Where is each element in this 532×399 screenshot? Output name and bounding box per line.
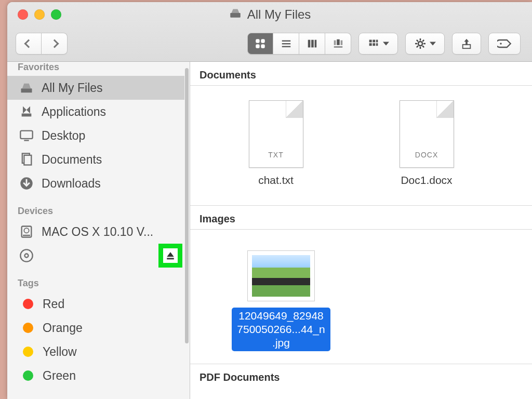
window-title-text: All My Files xyxy=(247,7,311,22)
optical-disc-icon xyxy=(19,248,34,263)
svg-rect-16 xyxy=(373,40,375,43)
svg-rect-17 xyxy=(376,40,378,43)
file-item[interactable]: DOCX Doc1.docx xyxy=(382,100,471,187)
sidebar-item-downloads[interactable]: Downloads xyxy=(7,171,184,195)
titlebar: All My Files xyxy=(7,2,532,62)
view-mode-segment xyxy=(247,33,351,55)
sidebar-item-label: All My Files xyxy=(42,81,176,95)
file-item[interactable]: TXT chat.txt xyxy=(232,100,320,187)
sidebar-item-label: Orange xyxy=(43,321,176,335)
nav-buttons xyxy=(16,33,68,55)
svg-rect-9 xyxy=(311,40,314,48)
sidebar-tag-green[interactable]: Green xyxy=(7,364,184,388)
svg-rect-4 xyxy=(261,45,264,48)
zoom-window-button[interactable] xyxy=(51,9,61,20)
svg-rect-18 xyxy=(369,43,372,46)
sidebar-item-optical[interactable] xyxy=(7,244,184,268)
group-body-images: 12049649_82948750050266...44_n.jpg xyxy=(190,230,532,364)
tray-icon xyxy=(19,80,34,96)
sidebar-item-label: Downloads xyxy=(42,177,176,191)
tags-header: Tags xyxy=(7,268,184,292)
sidebar-tag-red[interactable]: Red xyxy=(7,292,184,316)
sidebar-item-hdd[interactable]: MAC OS X 10.10 V... xyxy=(7,220,184,244)
desktop-icon xyxy=(19,128,34,143)
svg-rect-0 xyxy=(230,13,241,18)
svg-rect-19 xyxy=(373,43,375,46)
svg-rect-37 xyxy=(24,155,31,165)
sidebar-item-label: Yellow xyxy=(43,345,176,359)
svg-rect-3 xyxy=(256,45,259,48)
sidebar-scrollbar[interactable] xyxy=(184,62,190,399)
svg-point-42 xyxy=(20,249,32,261)
file-badge: TXT xyxy=(249,151,303,159)
svg-rect-2 xyxy=(261,39,264,43)
finder-window: All My Files xyxy=(7,2,532,399)
favorites-header: Favorites xyxy=(7,62,184,76)
tag-dot-icon xyxy=(23,370,33,381)
applications-icon xyxy=(19,104,34,119)
sidebar-item-all-my-files[interactable]: All My Files xyxy=(7,76,184,100)
image-thumbnail xyxy=(247,250,315,301)
action-button[interactable] xyxy=(405,33,445,55)
group-header-images: Images xyxy=(190,206,532,230)
document-icon: DOCX xyxy=(400,100,454,168)
back-button[interactable] xyxy=(16,33,42,55)
svg-rect-30 xyxy=(463,45,471,48)
share-button[interactable] xyxy=(452,33,481,55)
sidebar-item-applications[interactable]: Applications xyxy=(7,100,184,124)
sidebar-item-label: Documents xyxy=(42,153,176,167)
svg-rect-20 xyxy=(376,43,378,46)
window-title: All My Files xyxy=(7,6,532,23)
minimize-window-button[interactable] xyxy=(34,9,45,20)
arrange-button[interactable] xyxy=(358,33,398,55)
hdd-icon xyxy=(19,224,34,240)
file-label: chat.txt xyxy=(258,174,294,187)
svg-line-28 xyxy=(417,46,418,47)
view-columns-button[interactable] xyxy=(299,33,325,55)
chevron-down-icon xyxy=(383,42,389,46)
chevron-down-icon xyxy=(430,42,436,46)
tag-dot-icon xyxy=(23,299,33,309)
svg-rect-32 xyxy=(21,88,32,92)
tag-icon xyxy=(497,39,512,48)
svg-point-31 xyxy=(500,43,502,45)
svg-rect-15 xyxy=(369,40,372,43)
forward-button[interactable] xyxy=(42,33,68,55)
svg-rect-14 xyxy=(334,47,342,48)
view-icons-button[interactable] xyxy=(247,33,273,55)
group-header-documents: Documents xyxy=(190,62,532,86)
svg-rect-5 xyxy=(282,41,290,42)
file-label: 12049649_82948750050266...44_n.jpg xyxy=(232,308,330,351)
close-window-button[interactable] xyxy=(18,9,28,20)
traffic-lights xyxy=(7,9,61,20)
svg-line-29 xyxy=(422,40,424,42)
svg-rect-10 xyxy=(314,40,316,48)
sidebar: Favorites All My Files Applications Desk… xyxy=(7,62,190,399)
sidebar-item-label: Applications xyxy=(42,105,176,119)
sidebar-item-label: Green xyxy=(43,369,176,383)
chevron-right-icon xyxy=(50,39,59,48)
group-body-documents: TXT chat.txt DOCX Doc1.docx xyxy=(190,86,532,206)
sidebar-tag-yellow[interactable]: Yellow xyxy=(7,340,184,364)
eject-button[interactable] xyxy=(158,244,182,268)
file-item[interactable]: 12049649_82948750050266...44_n.jpg xyxy=(232,250,330,351)
gear-icon xyxy=(414,37,427,50)
all-my-files-icon xyxy=(229,6,242,23)
svg-rect-7 xyxy=(282,46,290,47)
view-list-button[interactable] xyxy=(273,33,299,55)
sidebar-item-desktop[interactable]: Desktop xyxy=(7,124,184,148)
sidebar-item-documents[interactable]: Documents xyxy=(7,148,184,171)
chevron-left-icon xyxy=(24,39,33,48)
svg-rect-44 xyxy=(167,258,174,260)
svg-line-26 xyxy=(417,40,418,42)
svg-rect-34 xyxy=(20,131,32,139)
downloads-icon xyxy=(19,176,34,191)
scrollbar-thumb[interactable] xyxy=(185,68,189,343)
main-pane: Documents TXT chat.txt DOCX Doc1.docx Im… xyxy=(190,62,532,399)
svg-rect-13 xyxy=(340,41,342,45)
view-coverflow-button[interactable] xyxy=(325,33,351,55)
svg-rect-1 xyxy=(256,39,259,43)
file-label: Doc1.docx xyxy=(401,174,452,187)
sidebar-tag-orange[interactable]: Orange xyxy=(7,316,184,340)
tags-button[interactable] xyxy=(488,33,521,55)
